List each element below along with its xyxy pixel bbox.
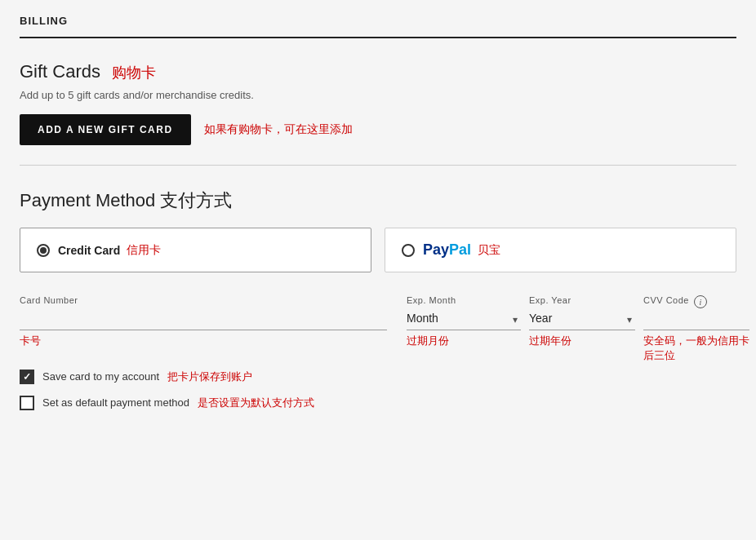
section-divider bbox=[20, 165, 736, 166]
save-card-checkbox[interactable] bbox=[20, 370, 34, 384]
payment-options: Credit Card 信用卡 PayPal 贝宝 bbox=[20, 228, 736, 272]
exp-year-select-wrapper: Year 202420252026 2027202820292030 bbox=[529, 308, 635, 330]
payment-method-section-title: Payment Method 支付方式 bbox=[20, 188, 736, 213]
save-card-label: Save card to my account 把卡片保存到账户 bbox=[42, 370, 252, 384]
exp-month-select[interactable]: Month 010203 040506 070809 101112 bbox=[407, 308, 521, 330]
paypal-radio[interactable] bbox=[402, 244, 415, 257]
card-form-row: Card Number 卡号 Exp. Month Month 010203 0… bbox=[20, 295, 736, 363]
card-number-group: Card Number 卡号 bbox=[20, 295, 387, 348]
paypal-label-chinese: 贝宝 bbox=[478, 243, 500, 258]
exp-month-annotation: 过期月份 bbox=[407, 334, 521, 348]
save-card-label-chinese: 把卡片保存到账户 bbox=[167, 370, 252, 383]
exp-year-label: Exp. Year bbox=[529, 295, 635, 305]
credit-card-radio[interactable] bbox=[37, 244, 50, 257]
exp-month-group: Exp. Month Month 010203 040506 070809 10… bbox=[407, 295, 521, 348]
save-card-row: Save card to my account 把卡片保存到账户 bbox=[20, 370, 736, 384]
page-container: BILLING Gift Cards 购物卡 Add up to 5 gift … bbox=[0, 0, 756, 441]
gift-card-row: ADD A NEW GIFT CARD 如果有购物卡，可在这里添加 bbox=[20, 114, 736, 145]
cvv-annotation: 安全码，一般为信用卡后三位 bbox=[643, 334, 749, 363]
credit-card-label-chinese: 信用卡 bbox=[127, 243, 161, 258]
payment-method-title: Payment Method bbox=[20, 190, 155, 210]
default-payment-row: Set as default payment method 是否设置为默认支付方… bbox=[20, 396, 736, 410]
default-payment-label-chinese: 是否设置为默认支付方式 bbox=[198, 396, 314, 409]
cvv-label-row: CVV Code i bbox=[643, 295, 749, 308]
add-gift-card-annotation: 如果有购物卡，可在这里添加 bbox=[204, 122, 353, 137]
payment-method-title-chinese: 支付方式 bbox=[160, 190, 232, 210]
default-payment-label-text: Set as default payment method bbox=[42, 396, 189, 409]
cvv-group: CVV Code i 安全码，一般为信用卡后三位 bbox=[643, 295, 749, 363]
billing-header: BILLING bbox=[20, 15, 736, 38]
credit-card-option[interactable]: Credit Card 信用卡 bbox=[20, 228, 371, 272]
cvv-info-icon[interactable]: i bbox=[694, 295, 707, 308]
exp-year-annotation: 过期年份 bbox=[529, 334, 635, 348]
default-payment-checkbox[interactable] bbox=[20, 396, 34, 410]
card-number-annotation: 卡号 bbox=[20, 334, 387, 348]
paypal-option[interactable]: PayPal 贝宝 bbox=[385, 228, 736, 272]
exp-month-select-wrapper: Month 010203 040506 070809 101112 bbox=[407, 308, 521, 330]
default-payment-label: Set as default payment method 是否设置为默认支付方… bbox=[42, 396, 314, 410]
cvv-input[interactable] bbox=[643, 308, 749, 330]
save-card-label-text: Save card to my account bbox=[42, 370, 159, 383]
card-number-label: Card Number bbox=[20, 295, 387, 305]
cvv-label: CVV Code bbox=[643, 295, 689, 305]
card-number-input[interactable] bbox=[20, 308, 387, 330]
gift-cards-section-title: Gift Cards 购物卡 bbox=[20, 61, 736, 82]
exp-year-group: Exp. Year Year 202420252026 202720282029… bbox=[529, 295, 635, 348]
right-fields: Exp. Month Month 010203 040506 070809 10… bbox=[407, 295, 736, 363]
gift-cards-subtitle: Add up to 5 gift cards and/or merchandis… bbox=[20, 89, 736, 101]
gift-cards-title: Gift Cards bbox=[20, 61, 100, 82]
add-gift-card-button[interactable]: ADD A NEW GIFT CARD bbox=[20, 114, 191, 145]
gift-cards-title-chinese: 购物卡 bbox=[112, 64, 156, 81]
exp-month-label: Exp. Month bbox=[407, 295, 521, 305]
exp-year-select[interactable]: Year 202420252026 2027202820292030 bbox=[529, 308, 635, 330]
credit-card-label: Credit Card bbox=[58, 244, 120, 257]
paypal-logo: PayPal bbox=[423, 241, 471, 259]
